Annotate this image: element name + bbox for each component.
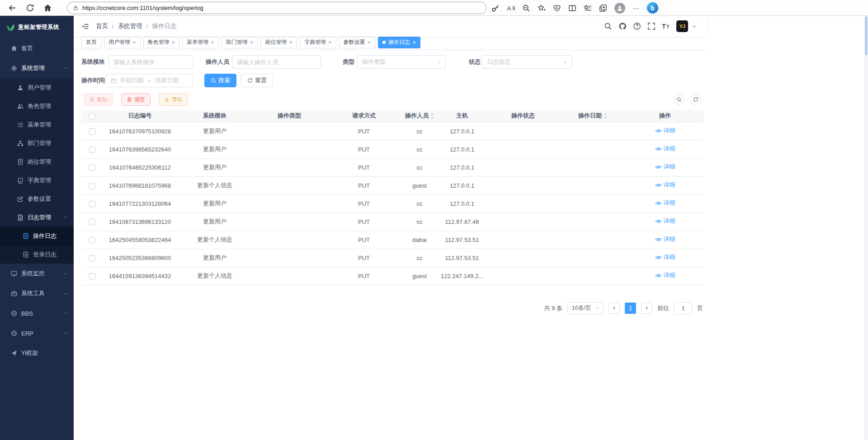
tab-6[interactable]: 字典管理×	[300, 37, 336, 48]
sidebar-item-1[interactable]: 系统管理	[0, 58, 74, 78]
toggle-search-button[interactable]	[674, 94, 684, 105]
cell-checkbox[interactable]	[81, 176, 103, 194]
sidebar-item-13[interactable]: 系统工具	[0, 284, 74, 303]
select-all-checkbox[interactable]	[89, 113, 95, 119]
page-size-select[interactable]: 10条/页	[567, 302, 604, 315]
browser-reload-icon[interactable]	[26, 4, 34, 12]
sidebar-item-5[interactable]: 部门管理	[0, 134, 74, 152]
sidebar-item-4[interactable]: 菜单管理	[0, 115, 74, 134]
sidebar-item-14[interactable]: BBS	[0, 303, 74, 323]
browser-back-icon[interactable]	[8, 4, 17, 12]
search-button[interactable]: 搜索	[204, 74, 236, 87]
row-checkbox[interactable]	[89, 147, 95, 153]
zoom-out-icon[interactable]	[522, 4, 530, 12]
user-menu-chevron-icon[interactable]	[692, 24, 697, 29]
sidebar-collapse-icon[interactable]	[81, 23, 89, 30]
row-checkbox[interactable]	[89, 273, 95, 279]
cell-checkbox[interactable]	[81, 140, 103, 158]
header-search-icon[interactable]	[604, 22, 612, 30]
type-select[interactable]: 操作类型	[357, 55, 446, 69]
detail-link[interactable]: 详细	[655, 271, 675, 279]
row-checkbox[interactable]	[89, 237, 95, 243]
column-header-checkbox[interactable]	[81, 110, 103, 122]
goto-page-input[interactable]	[674, 302, 692, 315]
cell-checkbox[interactable]	[81, 231, 103, 249]
refresh-table-button[interactable]	[690, 94, 701, 105]
tab-1[interactable]: 用户管理×	[104, 37, 141, 48]
detail-link[interactable]: 详细	[655, 181, 675, 189]
page-number-1[interactable]: 1	[625, 303, 636, 314]
browser-menu-icon[interactable]: …	[632, 5, 640, 12]
row-checkbox[interactable]	[89, 219, 95, 225]
detail-link[interactable]: 详细	[655, 253, 675, 261]
detail-link[interactable]: 详细	[655, 163, 675, 171]
cell-checkbox[interactable]	[81, 194, 103, 213]
browser-home-icon[interactable]	[43, 4, 52, 12]
tab-close-icon[interactable]: ×	[328, 39, 332, 45]
sidebar-item-7[interactable]: 字典管理	[0, 171, 74, 189]
tab-close-icon[interactable]: ×	[132, 39, 136, 45]
clear-button[interactable]: 清空	[121, 93, 151, 106]
sidebar-item-11[interactable]: 登录日志	[0, 245, 74, 264]
cell-checkbox[interactable]	[81, 249, 103, 267]
read-aloud-icon[interactable]: A	[507, 4, 515, 12]
module-input[interactable]	[108, 55, 193, 69]
tab-2[interactable]: 角色管理×	[143, 37, 180, 48]
cell-checkbox[interactable]	[81, 213, 103, 231]
delete-button[interactable]: 删除	[84, 93, 113, 106]
detail-link[interactable]: 详细	[655, 217, 675, 225]
address-bar[interactable]: https://ccnetcore.com:1101/system/log/op…	[67, 2, 486, 14]
sort-carets-icon[interactable]	[604, 113, 607, 119]
browser-essentials-icon[interactable]	[553, 4, 561, 12]
favorites-icon[interactable]	[584, 4, 592, 12]
sidebar-item-3[interactable]: 角色管理	[0, 97, 74, 115]
github-icon[interactable]	[618, 22, 627, 30]
tab-0[interactable]: 首页	[81, 37, 101, 48]
tab-close-icon[interactable]: ×	[172, 39, 175, 45]
split-screen-icon[interactable]	[568, 4, 576, 12]
column-header-date[interactable]: 操作日期	[559, 110, 626, 122]
scrollbar-thumb[interactable]	[865, 16, 868, 55]
sidebar-item-15[interactable]: ERP	[0, 323, 74, 343]
tab-7[interactable]: 参数设置×	[339, 37, 376, 48]
cell-checkbox[interactable]	[81, 267, 103, 285]
password-key-icon[interactable]	[491, 4, 500, 12]
url-text[interactable]: https://ccnetcore.com:1101/system/log/op…	[82, 5, 203, 11]
breadcrumb-system[interactable]: 系统管理	[118, 22, 142, 30]
font-size-icon[interactable]: TT	[662, 22, 670, 30]
export-button[interactable]: 导出	[159, 93, 188, 106]
row-checkbox[interactable]	[89, 128, 95, 135]
sidebar-item-6[interactable]: 岗位管理	[0, 152, 74, 171]
help-icon[interactable]	[633, 22, 641, 30]
cell-checkbox[interactable]	[81, 158, 103, 176]
sidebar-item-16[interactable]: Yi框架	[0, 343, 74, 363]
bing-chat-icon[interactable]: b	[647, 2, 658, 14]
status-select[interactable]: 日志状态	[482, 55, 572, 69]
sidebar-item-12[interactable]: 系统监控	[0, 264, 74, 284]
detail-link[interactable]: 详细	[655, 235, 675, 243]
sidebar-item-2[interactable]: 用户管理	[0, 78, 74, 97]
tab-close-icon[interactable]: ×	[412, 39, 416, 45]
detail-link[interactable]: 详细	[655, 199, 675, 207]
row-checkbox[interactable]	[89, 183, 95, 189]
tab-3[interactable]: 菜单管理×	[182, 37, 219, 48]
tab-close-icon[interactable]: ×	[211, 39, 214, 45]
prev-page-button[interactable]	[609, 303, 620, 314]
sidebar-item-8[interactable]: 参数设置	[0, 189, 74, 208]
tab-5[interactable]: 岗位管理×	[260, 37, 297, 48]
sort-carets-icon[interactable]	[430, 113, 434, 119]
cell-checkbox[interactable]	[81, 122, 103, 140]
row-checkbox[interactable]	[89, 255, 95, 261]
column-header-operator[interactable]: 操作人员	[402, 110, 437, 122]
sidebar-item-10[interactable]: 操作日志	[0, 227, 74, 245]
detail-link[interactable]: 详细	[655, 145, 675, 153]
tab-4[interactable]: 部门管理×	[222, 37, 258, 48]
tab-8[interactable]: 操作日志×	[378, 37, 420, 48]
date-range-input[interactable]: 开始日期 - 结束日期	[106, 74, 193, 87]
tab-close-icon[interactable]: ×	[289, 39, 292, 45]
collections-icon[interactable]	[599, 4, 607, 12]
row-checkbox[interactable]	[89, 201, 95, 207]
breadcrumb-home[interactable]: 首页	[96, 22, 108, 30]
row-checkbox[interactable]	[89, 165, 95, 171]
reset-button[interactable]: 重置	[241, 74, 273, 87]
